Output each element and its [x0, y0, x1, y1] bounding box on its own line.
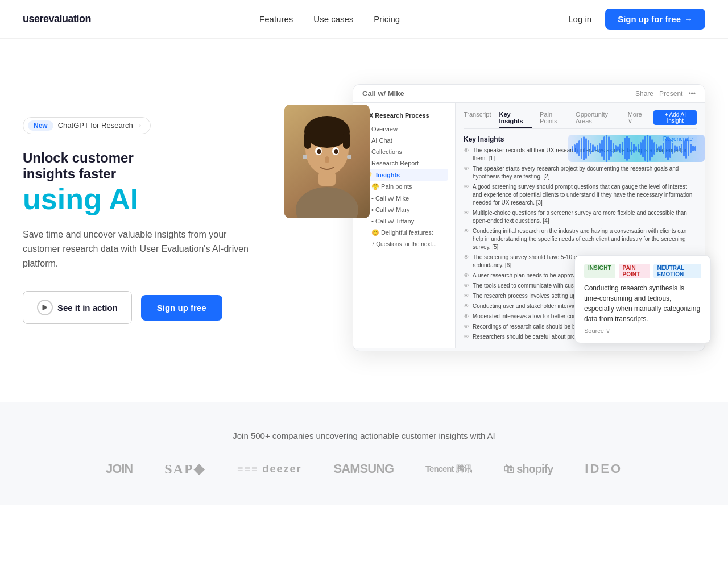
float-card-source[interactable]: Source ∨ [584, 327, 701, 335]
hero-title-line1: Unlock customer [23, 150, 134, 165]
insight-row: 👁 Multiple-choice questions for a screen… [464, 209, 697, 225]
logo-sap: SAP◆ [164, 461, 205, 477]
svg-point-11 [325, 156, 329, 163]
hero-section: New ChatGPT for Research → Unlock custom… [0, 39, 728, 402]
mockup-tabs: Transcript Key Insights Pain Points Oppo… [464, 109, 697, 129]
arrow-icon: → [684, 14, 693, 24]
waveform-bars [568, 135, 705, 162]
neutral-emotion-tag: NEUTRAL EMOTION [653, 264, 701, 278]
nav-links: Features Use cases Pricing [259, 14, 400, 24]
hero-title-line2: insights faster [23, 166, 116, 181]
social-proof-section: Join 500+ companies uncovering actionabl… [0, 402, 728, 505]
eye-icon: 👁 [464, 165, 469, 173]
eye-icon: 👁 [464, 333, 469, 341]
float-card-tags: INSIGHT PAIN POINT NEUTRAL EMOTION [584, 264, 701, 278]
logo-tencent: Tencent 腾讯 [425, 464, 471, 475]
navbar: userevaluation Features Use cases Pricin… [0, 0, 728, 39]
nav-pricing[interactable]: Pricing [374, 14, 400, 24]
badge-chatgpt-link: ChatGPT for Research → [58, 121, 143, 130]
insight-row: 👁 A good screening survey should prompt … [464, 183, 697, 207]
nav-features[interactable]: Features [259, 14, 293, 24]
sidebar-item-ai-chat[interactable]: AI Chat [360, 135, 448, 146]
hero-subtitle: Save time and uncover valuable insights … [23, 227, 250, 271]
svg-point-9 [317, 149, 321, 154]
tab-transcript[interactable]: Transcript [464, 109, 491, 128]
tab-key-insights[interactable]: Key Insights [499, 109, 532, 128]
play-icon [37, 300, 53, 315]
nav-use-cases[interactable]: Use cases [313, 14, 353, 24]
eye-icon: 👁 [464, 227, 469, 235]
more-action[interactable]: ••• [688, 90, 696, 98]
svg-rect-5 [304, 132, 311, 149]
login-link[interactable]: Log in [568, 14, 592, 24]
sidebar-item-call-mary[interactable]: • Call w/ Mary [360, 204, 448, 215]
tab-opportunity-areas[interactable]: Opportunity Areas [576, 109, 620, 128]
hero-left: New ChatGPT for Research → Unlock custom… [23, 117, 250, 325]
logo-shopify: 🛍 shopify [503, 463, 553, 476]
person-photo [284, 105, 370, 218]
company-logos: JOIN SAP◆ ≡≡≡ deezer SAMSUNG Tencent 腾讯 … [106, 461, 622, 477]
logo[interactable]: userevaluation [23, 13, 91, 25]
sidebar-item-overview[interactable]: Overview [360, 123, 448, 135]
float-insight-card: INSIGHT PAIN POINT NEUTRAL EMOTION Condu… [574, 255, 711, 343]
eye-icon: 👁 [464, 272, 469, 280]
eye-icon: 👁 [464, 183, 469, 191]
mockup-call-title: Call w/ Mike [362, 89, 404, 98]
key-insights-title: Key Insights [464, 135, 504, 143]
insight-tag: INSIGHT [584, 264, 615, 278]
signup-cta-button[interactable]: Sign up for free → [605, 9, 705, 30]
hero-buttons: See it in action Sign up free [23, 291, 250, 324]
logo-samsung: SAMSUNG [334, 462, 394, 476]
tab-more[interactable]: More ∨ [628, 109, 646, 128]
eye-icon: 👁 [464, 147, 469, 155]
tab-pain-points[interactable]: Pain Points [540, 109, 568, 128]
mockup-topbar: Call w/ Mike Share Present ••• [353, 85, 705, 103]
svg-point-12 [303, 155, 307, 159]
waveform-visualization [568, 135, 705, 162]
float-card-text: Conducting research synthesis is time-co… [584, 283, 701, 324]
svg-point-10 [334, 149, 338, 154]
eye-icon: 👁 [464, 253, 469, 261]
eye-icon: 👁 [464, 282, 469, 290]
logo-ideo: IDEO [585, 462, 622, 476]
logo-join: JOIN [106, 462, 133, 476]
sign-up-free-button[interactable]: Sign up free [141, 295, 222, 321]
see-it-in-action-button[interactable]: See it in action [23, 291, 132, 324]
sidebar-item-insights[interactable]: 📂 Insights [360, 169, 448, 181]
sidebar-project-title: UX Research Process [365, 112, 429, 119]
logo-deezer: ≡≡≡ deezer [237, 463, 302, 475]
eye-icon: 👁 [464, 292, 469, 300]
sidebar-item-delightful[interactable]: 😊 Delightful features: [360, 227, 448, 239]
hero-title-ai: using AI [23, 182, 138, 215]
nav-right: Log in Sign up for free → [568, 9, 705, 30]
insight-row: 👁 The speaker starts every research proj… [464, 165, 697, 181]
share-action[interactable]: Share [635, 90, 653, 98]
eye-icon: 👁 [464, 313, 469, 321]
eye-icon: 👁 [464, 302, 469, 310]
sidebar-item-questions[interactable]: 7 Questions for the next... [360, 239, 448, 250]
eye-icon: 👁 [464, 323, 469, 331]
signup-label: Sign up free [157, 303, 206, 313]
social-proof-text: Join 500+ companies uncovering actionabl… [233, 431, 495, 440]
pain-point-tag: PAIN POINT [619, 264, 650, 278]
hero-right: Call w/ Mike Share Present ••• UX Resear… [273, 84, 705, 357]
badge-new-label: New [28, 120, 53, 131]
eye-icon: 👁 [464, 209, 469, 217]
new-badge[interactable]: New ChatGPT for Research → [23, 117, 151, 134]
add-ai-insight-button[interactable]: + Add AI Insight [653, 110, 697, 125]
sidebar-item-research-report[interactable]: Research Report [360, 157, 448, 169]
mockup-topbar-actions: Share Present ••• [635, 90, 696, 98]
svg-rect-6 [343, 132, 350, 149]
svg-point-13 [347, 155, 351, 159]
see-it-label: See it in action [57, 303, 118, 313]
sidebar-item-pain-points[interactable]: 😤 Pain points [360, 181, 448, 193]
insight-row: 👁 Conducting initial research on the ind… [464, 227, 697, 251]
sidebar-item-call-mike[interactable]: • Call w/ Mike [360, 193, 448, 204]
hero-title: Unlock customer insights faster using AI [23, 150, 250, 216]
sidebar-item-call-tiffany[interactable]: • Call w/ Tiffany [360, 215, 448, 227]
signup-cta-label: Sign up for free [618, 14, 681, 24]
present-action[interactable]: Present [659, 90, 682, 98]
sidebar-item-collections[interactable]: Collections [360, 146, 448, 157]
svg-rect-2 [318, 172, 336, 186]
